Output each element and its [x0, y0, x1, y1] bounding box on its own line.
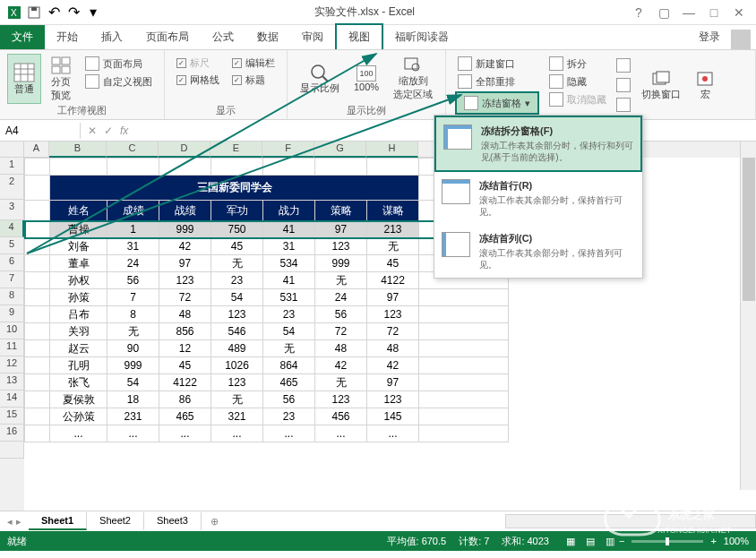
tab-foxit[interactable]: 福昕阅读器 [383, 25, 460, 49]
data-cell[interactable]: 123 [367, 391, 419, 408]
data-cell[interactable]: 72 [367, 323, 419, 340]
data-cell[interactable]: 无 [367, 238, 419, 255]
data-cell[interactable]: 45 [367, 255, 419, 272]
view-custom-button[interactable]: 自定义视图 [82, 73, 155, 90]
row-header-11[interactable]: 11 [0, 339, 24, 356]
sheet-next-icon[interactable]: ▸ [16, 516, 21, 528]
arrange-button[interactable]: 全部重排 [455, 73, 539, 90]
data-cell[interactable]: 465 [159, 408, 211, 425]
data-cell[interactable]: 97 [159, 255, 211, 272]
data-cell[interactable]: 145 [367, 408, 419, 425]
data-cell[interactable]: 123 [211, 306, 263, 323]
data-cell[interactable]: 赵云 [50, 340, 107, 357]
sync-icon1[interactable] [616, 58, 631, 73]
data-cell[interactable]: 无 [315, 272, 367, 289]
data-cell[interactable]: 1 [107, 221, 159, 238]
data-cell[interactable]: 23 [263, 408, 315, 425]
freeze-panes-item[interactable]: 冻结拆分窗格(F) 滚动工作表其余部分时，保持行和列可见(基于当前的选择)。 [434, 116, 642, 172]
sync-icon2[interactable] [616, 78, 631, 92]
col-header-E[interactable]: E [210, 142, 262, 158]
chk-grid[interactable]: ✓网格线 [174, 73, 222, 88]
enter-formula-icon[interactable]: ✓ [104, 124, 113, 137]
zoom-selection-button[interactable]: 缩放到 选定区域 [388, 54, 438, 104]
data-cell[interactable]: 关羽 [50, 323, 107, 340]
data-cell[interactable]: 546 [211, 323, 263, 340]
row-header-12[interactable]: 12 [0, 356, 24, 373]
data-cell[interactable]: 无 [315, 374, 367, 391]
sheet-tab-sheet1[interactable]: Sheet1 [29, 512, 87, 530]
login-link[interactable]: 登录 [688, 25, 731, 49]
col-header-D[interactable]: D [159, 142, 210, 158]
row-header-6[interactable]: 6 [0, 254, 24, 271]
data-cell[interactable]: 孙策 [50, 289, 107, 306]
data-cell[interactable]: 231 [107, 408, 159, 425]
data-cell[interactable]: 321 [211, 408, 263, 425]
data-cell[interactable]: 465 [263, 374, 315, 391]
freeze-panes-button[interactable]: 冻结窗格▾ [455, 91, 539, 115]
data-cell[interactable]: 无 [211, 391, 263, 408]
data-cell[interactable]: 56 [263, 391, 315, 408]
row-header-10[interactable]: 10 [0, 322, 24, 339]
zoom-100-button[interactable]: 100 100% [348, 54, 384, 104]
data-cell[interactable]: 23 [263, 306, 315, 323]
col-header-G[interactable]: G [314, 142, 366, 158]
data-cell[interactable]: 856 [159, 323, 211, 340]
data-cell[interactable]: 4122 [367, 272, 419, 289]
data-cell[interactable]: 吕布 [50, 306, 107, 323]
grid-checkbox[interactable]: ✓ [176, 75, 186, 85]
fx-icon[interactable]: fx [120, 124, 128, 137]
data-cell[interactable]: 72 [315, 323, 367, 340]
data-cell[interactable]: 42 [367, 357, 419, 374]
tab-layout[interactable]: 页面布局 [134, 25, 201, 49]
row-header-1[interactable]: 1 [0, 158, 24, 175]
data-cell[interactable]: 750 [211, 221, 263, 238]
chk-headings[interactable]: ✓标题 [229, 73, 278, 88]
data-cell[interactable]: 54 [211, 289, 263, 306]
new-window-button[interactable]: 新建窗口 [455, 56, 539, 72]
row-header-9[interactable]: 9 [0, 305, 24, 322]
data-cell[interactable]: 12 [159, 340, 211, 357]
view-pagebreak-button[interactable]: 分页 预览 [45, 54, 77, 104]
data-cell[interactable]: 7 [107, 289, 159, 306]
macro-button[interactable]: 宏 [690, 54, 720, 116]
data-cell[interactable]: ... [159, 425, 211, 442]
row-header-8[interactable]: 8 [0, 288, 24, 305]
freeze-first-col-item[interactable]: 冻结首列(C) 滚动工作表其余部分时，保持首列可见。 [434, 225, 642, 278]
close-icon[interactable]: ✕ [729, 4, 749, 21]
data-cell[interactable]: 999 [159, 221, 211, 238]
save-icon[interactable] [25, 4, 43, 21]
qat-dropdown-icon[interactable]: ▾ [84, 4, 102, 21]
data-cell[interactable]: 123 [211, 374, 263, 391]
row-header-7[interactable]: 7 [0, 271, 24, 288]
data-cell[interactable]: 孙权 [50, 272, 107, 289]
data-cell[interactable]: 31 [107, 238, 159, 255]
data-cell[interactable]: 45 [211, 238, 263, 255]
data-cell[interactable]: 123 [367, 306, 419, 323]
minimize-icon[interactable]: — [679, 4, 699, 21]
tab-file[interactable]: 文件 [0, 25, 45, 49]
freeze-top-row-item[interactable]: 冻结首行(R) 滚动工作表其余部分时，保持首行可见。 [434, 172, 642, 225]
data-cell[interactable]: 18 [107, 391, 159, 408]
col-header-A[interactable]: A [24, 142, 49, 158]
data-cell[interactable]: 45 [159, 357, 211, 374]
col-header-B[interactable]: B [49, 142, 107, 158]
data-cell[interactable]: 123 [315, 391, 367, 408]
data-cell[interactable]: 48 [159, 306, 211, 323]
data-cell[interactable]: 夏侯敦 [50, 391, 107, 408]
sheet-tab-sheet3[interactable]: Sheet3 [144, 512, 202, 530]
tab-data[interactable]: 数据 [245, 25, 290, 49]
row-header-16[interactable]: 16 [0, 425, 24, 442]
data-cell[interactable]: 56 [107, 272, 159, 289]
undo-icon[interactable]: ↶ [45, 4, 63, 21]
data-cell[interactable]: 90 [107, 340, 159, 357]
status-normal-view-icon[interactable]: ▦ [562, 534, 580, 548]
data-cell[interactable]: 23 [211, 272, 263, 289]
data-cell[interactable]: 97 [367, 289, 419, 306]
col-header-H[interactable]: H [366, 142, 418, 158]
tab-review[interactable]: 审阅 [290, 25, 335, 49]
data-cell[interactable]: 公孙策 [50, 408, 107, 425]
redo-icon[interactable]: ↷ [64, 4, 82, 21]
data-cell[interactable]: 董卓 [50, 255, 107, 272]
sync-icon3[interactable] [616, 98, 631, 112]
formula-checkbox[interactable]: ✓ [232, 58, 242, 68]
